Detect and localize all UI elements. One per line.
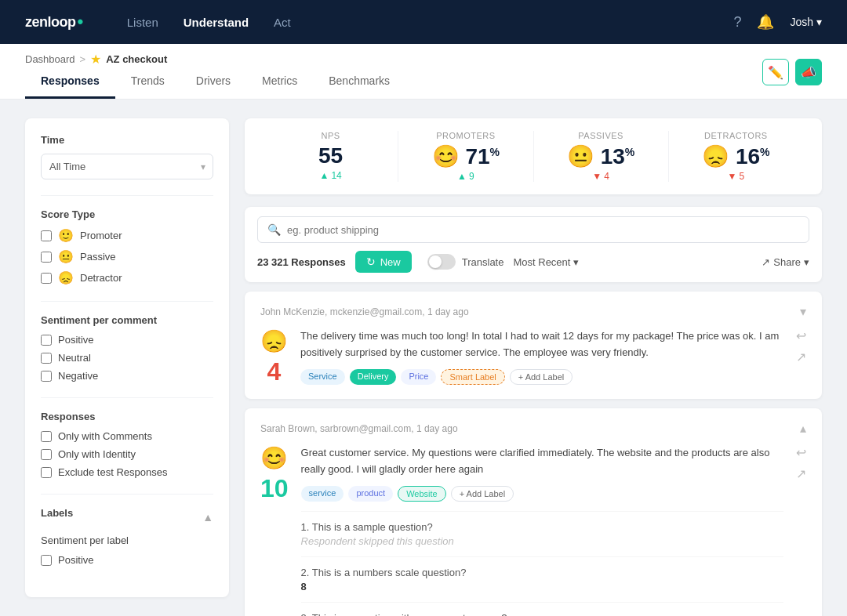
promoters-delta: ▲ 9 (411, 171, 520, 182)
detractors-value: 😞 16% (682, 143, 791, 169)
detractors-delta: ▼ 5 (682, 171, 791, 182)
translate-toggle[interactable] (427, 254, 456, 270)
passives-delta: ▼ 4 (547, 171, 656, 182)
share-button[interactable]: ↗ Share ▾ (762, 256, 809, 268)
followup-q-1: 1. This is a sample question? (301, 521, 783, 533)
tab-responses[interactable]: Responses (25, 74, 115, 99)
label-smart[interactable]: Smart Label (441, 369, 504, 385)
label-positive[interactable]: Positive (41, 554, 213, 566)
edit-button[interactable]: ✏️ (762, 59, 789, 85)
card-actions-2: ↩ ↗ (796, 445, 806, 481)
card-text-2: Great customer service. My questions wer… (301, 445, 783, 478)
passives-label: Passives (547, 131, 656, 140)
broadcast-button[interactable]: 📣 (795, 59, 822, 85)
exclude-test[interactable]: Exclude test Responses (41, 466, 213, 478)
nav-understand[interactable]: Understand (184, 16, 249, 29)
card-user-2: Sarah Brown, sarbrown@gmail.com, 1 day a… (260, 423, 458, 434)
only-identity[interactable]: Only with Identity (41, 448, 213, 460)
nav-links: Listen Understand Act (127, 16, 291, 29)
tab-trends[interactable]: Trends (115, 74, 180, 99)
card-header-2: Sarah Brown, sarbrown@gmail.com, 1 day a… (260, 421, 806, 436)
nav-act[interactable]: Act (274, 16, 291, 29)
search-icon: 🔍 (267, 223, 281, 236)
sentiment-neutral[interactable]: Neutral (41, 352, 213, 364)
search-wrap: 🔍 (257, 216, 809, 243)
score-wrap-2: 😊 10 (260, 445, 289, 503)
content-area: NPS 55 ▲ 14 Promoters 😊 71% ▲ 9 P (245, 118, 822, 616)
card-expand-2[interactable]: ▴ (800, 421, 806, 436)
sort-button[interactable]: Most Recent ▾ (513, 256, 579, 268)
score-type-label: Score Type (41, 208, 213, 220)
followup-3: 3. This is a question with a comment ans… (301, 602, 783, 616)
toolbar: 23 321 Responses ↻ New Translate Most Re… (257, 251, 809, 273)
new-button[interactable]: ↻ New (355, 251, 412, 273)
reply-icon-2[interactable]: ↩ (796, 445, 806, 460)
bell-icon[interactable]: 🔔 (757, 13, 774, 31)
add-label-btn-2[interactable]: + Add Label (451, 486, 514, 502)
user-menu[interactable]: Josh ▾ (790, 16, 822, 28)
label-service[interactable]: Service (300, 369, 345, 385)
translate-wrap: Translate (427, 254, 504, 270)
card-actions-1: ↩ ↗ (796, 328, 806, 364)
nav-listen[interactable]: Listen (127, 16, 158, 29)
followup-q-3: 3. This is a question with a comment ans… (301, 612, 783, 616)
score-face-1: 😞 (260, 328, 288, 354)
sentiment-positive[interactable]: Positive (41, 334, 213, 346)
tab-benchmarks[interactable]: Benchmarks (313, 74, 405, 99)
promoters-label: Promoters (411, 131, 520, 140)
tabs: Responses Trends Drivers Metrics Benchma… (25, 74, 762, 99)
breadcrumb-bar: Dashboard > ★ AZ checkout Responses Tren… (0, 44, 847, 100)
labels-label: Labels (41, 507, 73, 519)
stats-row: NPS 55 ▲ 14 Promoters 😊 71% ▲ 9 P (245, 118, 822, 194)
response-card-1: John McKenzie, mckenzie@gmail.com, 1 day… (245, 292, 822, 399)
label-product[interactable]: product (348, 486, 393, 502)
response-count: 23 321 Responses (257, 256, 346, 268)
label-service2[interactable]: service (301, 486, 344, 502)
card-labels-1: Service Delivery Price Smart Label + Add… (300, 369, 783, 385)
response-card-2: Sarah Brown, sarbrown@gmail.com, 1 day a… (245, 408, 822, 616)
only-comments[interactable]: Only with Comments (41, 430, 213, 442)
passives-stat: Passives 😐 13% ▼ 4 (534, 131, 669, 182)
search-input[interactable] (287, 224, 799, 236)
time-select[interactable]: All Time (41, 154, 213, 179)
label-price[interactable]: Price (401, 369, 436, 385)
breadcrumb-root[interactable]: Dashboard (25, 53, 75, 65)
help-icon[interactable]: ? (733, 14, 741, 31)
breadcrumb: Dashboard > ★ AZ checkout (25, 52, 762, 74)
tab-metrics[interactable]: Metrics (246, 74, 313, 99)
collapse-icon[interactable]: ▲ (202, 511, 213, 524)
detractors-label: Detractors (682, 131, 791, 140)
share-icon: ↗ (762, 256, 770, 268)
promoter-icon: 🙂 (58, 228, 74, 243)
tab-drivers[interactable]: Drivers (180, 74, 246, 99)
share-icon-1[interactable]: ↗ (796, 350, 806, 364)
responses-filter: Responses Only with Comments Only with I… (41, 411, 213, 478)
score-promoter[interactable]: 🙂 Promoter (41, 228, 213, 243)
share-chevron-icon: ▾ (804, 256, 809, 268)
responses-label: Responses (41, 411, 213, 422)
score-passive[interactable]: 😐 Passive (41, 249, 213, 264)
add-label-btn-1[interactable]: + Add Label (510, 369, 573, 385)
share-icon-2[interactable]: ↗ (796, 466, 806, 481)
top-navigation: zenloop• Listen Understand Act ? 🔔 Josh … (0, 0, 847, 44)
promoters-value: 😊 71% (411, 143, 520, 169)
card-labels-2: service product Website + Add Label (301, 486, 783, 502)
promoters-stat: Promoters 😊 71% ▲ 9 (398, 131, 533, 182)
time-filter: Time All Time ▾ (41, 134, 213, 179)
promoters-delta-arrow: ▲ (457, 171, 467, 182)
card-body-1: 😞 4 The delivery time was much too long!… (260, 328, 806, 386)
detractors-delta-arrow: ▼ (728, 171, 737, 182)
nps-delta: ▲ 14 (276, 170, 385, 181)
label-delivery[interactable]: Delivery (350, 369, 397, 385)
sentiment-negative[interactable]: Negative (41, 370, 213, 382)
passive-icon: 😐 (58, 249, 74, 264)
search-toolbar: 🔍 23 321 Responses ↻ New Translate Most … (245, 207, 822, 282)
score-num-2: 10 (260, 474, 289, 503)
label-website[interactable]: Website (398, 486, 446, 502)
followup-1: 1. This is a sample question? Respondent… (301, 511, 783, 547)
card-collapse-1[interactable]: ▾ (800, 304, 806, 319)
followup-q-2: 2. This is a numbers scale question? (301, 567, 783, 578)
followup-a-1: Respondent skipped this question (301, 535, 783, 547)
score-detractor[interactable]: 😞 Detractor (41, 270, 213, 285)
reply-icon-1[interactable]: ↩ (796, 328, 806, 343)
